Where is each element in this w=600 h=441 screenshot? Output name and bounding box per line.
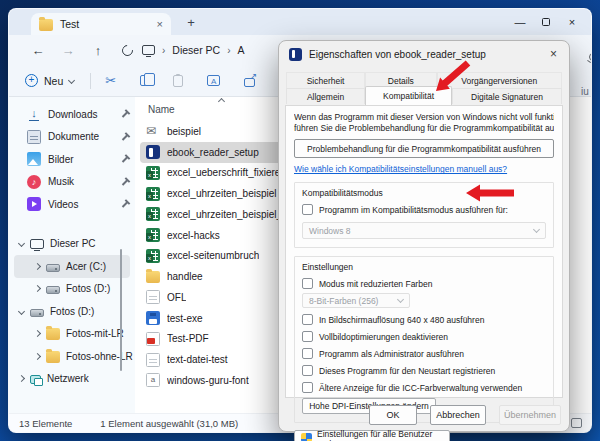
uac-shield-icon [301, 433, 312, 441]
sidebar-item-fotos-d-root[interactable]: Fotos (D:) [9, 300, 135, 323]
breadcrumb-root[interactable]: Dieser PC [172, 44, 220, 56]
sidebar-item-dokumente[interactable]: Dokumente [9, 126, 135, 149]
sidebar-scrollbar[interactable] [120, 249, 123, 371]
sidebar-item-bilder[interactable]: Bilder [9, 148, 135, 171]
new-tab-button[interactable]: + [183, 15, 199, 31]
file-name: excel-hacks [167, 230, 220, 241]
file-name: text-datei-test [167, 354, 228, 365]
maximize-button[interactable] [533, 11, 559, 33]
color-depth-dropdown[interactable]: 8-Bit-Farben (256) [302, 293, 410, 308]
file-name: test-exe [167, 313, 203, 324]
sidebar-item-fotos-mit-lr[interactable]: Fotos-mit-LR [9, 323, 135, 346]
sidebar-item-videos[interactable]: Videos [9, 193, 135, 216]
mail-icon [146, 124, 160, 138]
checkbox-label: Vollbildoptimierungen deaktivieren [319, 332, 448, 342]
file-name: beispiel [167, 126, 201, 137]
file-row[interactable]: excel_uhrzeiten_beispiel_nachtschicht [140, 204, 292, 225]
red-arrow-to-compat-tab [428, 57, 476, 99]
copy-icon[interactable] [140, 75, 149, 86]
minimize-button[interactable]: — [507, 11, 533, 33]
file-row[interactable]: text-datei-test [140, 349, 292, 370]
all-users-settings-button[interactable]: Einstellungen für alle Benutzer ändern [294, 430, 450, 441]
sidebar-item-musik[interactable]: Musik [9, 171, 135, 194]
up-icon[interactable]: ↑ [83, 43, 113, 58]
selection-info: 1 Element ausgewählt (31,0 MB) [100, 418, 238, 429]
file-row[interactable]: excel-seitenumbruch [140, 246, 292, 267]
tab-sicherheit[interactable]: Sicherheit [286, 72, 365, 88]
chevron-right-icon[interactable] [18, 375, 25, 382]
column-header-name[interactable]: Name [148, 104, 175, 115]
excel-icon [146, 228, 160, 242]
excel-icon [146, 166, 160, 180]
compat-mode-checkbox[interactable] [302, 204, 313, 215]
file-row[interactable]: excel-hacks [140, 225, 292, 246]
run-as-admin-checkbox[interactable] [302, 348, 313, 359]
chevron-right-icon[interactable] [34, 263, 41, 270]
view-toggle-icon[interactable] [571, 418, 582, 428]
chevron-down-icon[interactable] [18, 308, 25, 315]
dialog-title: Eigenschaften von ebook_reader_setup [309, 49, 543, 60]
sidebar-item-acer-c[interactable]: Acer (C:) [14, 255, 130, 278]
sidebar-item-dieser-pc[interactable]: Dieser PC [9, 233, 135, 256]
icc-color-checkbox[interactable] [302, 382, 313, 393]
sidebar-item-downloads[interactable]: Downloads [9, 103, 135, 126]
file-row-selected[interactable]: ebook_reader_setup [140, 142, 292, 163]
sidebar-item-fotos-d[interactable]: Fotos (D:) [9, 278, 135, 301]
rename-icon[interactable] [207, 75, 220, 86]
reduced-colors-checkbox[interactable] [302, 278, 313, 289]
file-row[interactable]: beispiel [140, 121, 292, 142]
chevron-right-icon[interactable] [34, 285, 41, 292]
refresh-icon[interactable] [120, 42, 135, 57]
excel-icon [146, 187, 160, 201]
file-name: windows-guru-font [167, 375, 249, 386]
ok-button[interactable]: OK [369, 405, 417, 425]
file-row[interactable]: excel_uhrzeiten_beispiel [140, 183, 292, 204]
file-row[interactable]: OFL [140, 287, 292, 308]
sidebar-item-fotos-ohne-lr[interactable]: Fotos-ohne-LR [9, 345, 135, 368]
chevron-right-icon[interactable] [34, 330, 41, 337]
tab-allgemein[interactable]: Allgemein [286, 88, 365, 104]
forward-icon[interactable]: → [53, 43, 83, 58]
resolution-640-checkbox[interactable] [302, 314, 313, 325]
file-row[interactable]: windows-guru-font [140, 370, 292, 391]
fullscreen-opt-checkbox[interactable] [302, 331, 313, 342]
file-row[interactable]: Test-PDF [140, 329, 292, 350]
chevron-down-icon [533, 226, 540, 233]
tab-close-icon[interactable]: × [157, 19, 163, 30]
chevron-down-icon[interactable] [18, 240, 25, 247]
file-row[interactable]: handlee [140, 266, 292, 287]
plus-circle-icon [25, 74, 38, 87]
explorer-tab-test[interactable]: Test × [31, 13, 171, 35]
chevron-down-icon [397, 296, 404, 303]
breadcrumb-fragment[interactable]: A [238, 44, 245, 56]
dialog-footer: OK Abbrechen Übernehmen [369, 405, 561, 425]
cancel-button[interactable]: Abbrechen [430, 405, 486, 425]
clipped-toolbar-text: iu [581, 86, 589, 97]
sidebar-label: Acer (C:) [66, 261, 106, 272]
search-icon[interactable] [589, 53, 592, 61]
folder-icon [39, 19, 53, 31]
dialog-close-icon[interactable]: × [550, 47, 559, 61]
file-row[interactable]: excel_ueberschrift_fixieren_beispiel [140, 163, 292, 184]
file-row[interactable]: test-exe [140, 308, 292, 329]
app-icon [289, 48, 302, 61]
sidebar-item-netzwerk[interactable]: Netzwerk [9, 368, 135, 391]
share-icon[interactable] [244, 78, 255, 87]
back-icon[interactable]: ← [23, 43, 53, 58]
file-name: Test-PDF [167, 333, 209, 344]
apply-button-disabled: Übernehmen [499, 405, 561, 425]
new-button[interactable]: Neu [25, 74, 74, 87]
breadcrumb-separator: › [155, 45, 172, 56]
dropdown-value: 8-Bit-Farben (256) [309, 296, 378, 306]
troubleshoot-button[interactable]: Problembehandlung für die Programmkompat… [294, 139, 554, 158]
settings-group: Einstellungen Modus mit reduzierten Farb… [294, 256, 554, 423]
register-restart-checkbox[interactable] [302, 365, 313, 376]
manual-settings-link[interactable]: Wie wähle ich Kompatibilitätseinstellung… [294, 164, 554, 174]
file-name: OFL [167, 292, 186, 303]
sidebar-label: Downloads [48, 109, 97, 120]
chevron-right-icon[interactable] [34, 353, 41, 360]
folder-icon [46, 351, 60, 363]
compat-os-dropdown[interactable]: Windows 8 [302, 222, 546, 239]
close-button[interactable]: × [559, 11, 585, 33]
cut-icon[interactable]: ✂ [105, 73, 116, 88]
